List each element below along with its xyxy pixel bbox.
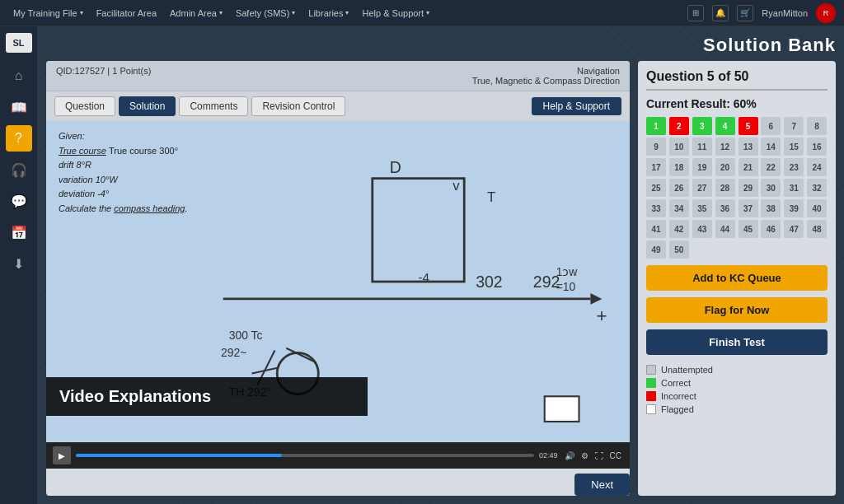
sidebar-download-icon[interactable]: ⬇ (6, 250, 32, 277)
cart-icon[interactable]: 🛒 (737, 5, 753, 21)
legend-correct: Correct (646, 378, 828, 388)
nav-admin-area[interactable]: Admin Area ▾ (165, 5, 227, 21)
sidebar-book-icon[interactable]: 📖 (6, 94, 32, 120)
tab-question[interactable]: Question (54, 96, 115, 116)
question-cell-34[interactable]: 34 (669, 199, 689, 217)
question-cell-9[interactable]: 9 (646, 138, 666, 156)
question-cell-30[interactable]: 30 (761, 179, 781, 197)
question-cell-46[interactable]: 46 (761, 220, 781, 238)
question-cell-41[interactable]: 41 (646, 220, 666, 238)
sidebar-home-icon[interactable]: ⌂ (6, 63, 32, 89)
question-cell-22[interactable]: 22 (761, 158, 781, 176)
question-cell-48[interactable]: 48 (807, 220, 827, 238)
progress-bar-fill (76, 454, 282, 457)
question-cell-39[interactable]: 39 (784, 199, 804, 217)
question-cell-40[interactable]: 40 (807, 199, 827, 217)
tab-comments[interactable]: Comments (179, 96, 248, 116)
question-cell-13[interactable]: 13 (738, 138, 758, 156)
question-cell-32[interactable]: 32 (807, 179, 827, 197)
question-cell-4[interactable]: 4 (715, 117, 735, 135)
question-cell-38[interactable]: 38 (761, 199, 781, 217)
question-cell-1[interactable]: 1 (646, 117, 666, 135)
question-cell-18[interactable]: 18 (669, 158, 689, 176)
question-cell-50[interactable]: 50 (669, 240, 689, 259)
play-button[interactable]: ▶ (53, 446, 71, 464)
notification-icon[interactable]: 🔔 (712, 5, 729, 21)
question-cell-29[interactable]: 29 (738, 179, 758, 197)
question-cell-43[interactable]: 43 (692, 220, 712, 238)
svg-text:302: 302 (476, 273, 503, 291)
question-cell-3[interactable]: 3 (692, 117, 712, 135)
question-cell-35[interactable]: 35 (692, 199, 712, 217)
question-cell-26[interactable]: 26 (669, 179, 689, 197)
svg-text:D: D (390, 158, 401, 176)
correct-box (646, 378, 656, 388)
legend-flagged: Flagged (646, 404, 828, 414)
question-cell-36[interactable]: 36 (715, 199, 735, 217)
video-content: Given: True course True course 300° drif… (46, 121, 630, 442)
username-label: RyanMitton (762, 8, 808, 18)
volume-icon[interactable]: 🔊 (563, 450, 576, 462)
svg-text:v: v (452, 178, 460, 194)
question-cell-16[interactable]: 16 (807, 138, 827, 156)
finish-test-button[interactable]: Finish Test (646, 329, 828, 355)
question-cell-6[interactable]: 6 (761, 117, 781, 135)
flagged-box (646, 404, 656, 414)
question-cell-8[interactable]: 8 (807, 117, 827, 135)
chevron-down-icon: ▾ (219, 9, 223, 16)
unattempted-box (646, 365, 656, 375)
nav-my-training-file[interactable]: My Training File ▾ (8, 5, 88, 21)
question-cell-28[interactable]: 28 (715, 179, 735, 197)
add-to-kc-queue-button[interactable]: Add to KC Queue (646, 265, 828, 291)
help-support-button[interactable]: Help & Support (532, 97, 621, 115)
question-cell-23[interactable]: 23 (784, 158, 804, 176)
question-cell-31[interactable]: 31 (784, 179, 804, 197)
question-cell-17[interactable]: 17 (646, 158, 666, 176)
nav-facilitator-area[interactable]: Facilitator Area (91, 5, 162, 21)
question-cell-12[interactable]: 12 (715, 138, 735, 156)
question-cell-44[interactable]: 44 (715, 220, 735, 238)
question-grid: 1234567891011121314151617181920212223242… (646, 117, 828, 259)
question-cell-45[interactable]: 45 (738, 220, 758, 238)
svg-rect-17 (545, 396, 579, 422)
question-cell-2[interactable]: 2 (669, 117, 689, 135)
question-cell-19[interactable]: 19 (692, 158, 712, 176)
fullscreen-icon[interactable]: ⛶ (593, 450, 605, 462)
question-cell-7[interactable]: 7 (784, 117, 804, 135)
settings-icon[interactable]: ⚙ (579, 450, 590, 462)
question-cell-15[interactable]: 15 (784, 138, 804, 156)
tab-revision-control[interactable]: Revision Control (251, 96, 345, 116)
question-cell-5[interactable]: 5 (738, 117, 758, 135)
user-avatar[interactable]: R (816, 3, 836, 23)
question-counter: Question 5 of 50 (646, 69, 828, 91)
sidebar-chat-icon[interactable]: 💬 (6, 188, 32, 214)
question-cell-11[interactable]: 11 (692, 138, 712, 156)
captions-icon[interactable]: CC (608, 450, 623, 462)
left-panel: QID:127527 | 1 Point(s) Navigation True,… (46, 61, 630, 496)
question-cell-14[interactable]: 14 (761, 138, 781, 156)
question-cell-10[interactable]: 10 (669, 138, 689, 156)
sidebar-calendar-icon[interactable]: 📅 (6, 219, 32, 245)
flag-for-now-button[interactable]: Flag for Now (646, 297, 828, 323)
nav-links: My Training File ▾ Facilitator Area Admi… (8, 5, 671, 21)
sidebar-headset-icon[interactable]: 🎧 (6, 156, 32, 183)
sidebar-question-icon[interactable]: ? (6, 125, 32, 152)
question-cell-49[interactable]: 49 (646, 240, 666, 259)
question-cell-24[interactable]: 24 (807, 158, 827, 176)
nav-libraries[interactable]: Libraries ▾ (303, 5, 354, 21)
grid-icon[interactable]: ⊞ (687, 5, 704, 21)
tab-solution[interactable]: Solution (119, 96, 176, 116)
svg-marker-2 (590, 293, 602, 305)
nav-safety-sms[interactable]: Safety (SMS) ▾ (231, 5, 300, 21)
question-cell-25[interactable]: 25 (646, 179, 666, 197)
question-cell-37[interactable]: 37 (738, 199, 758, 217)
question-cell-33[interactable]: 33 (646, 199, 666, 217)
question-cell-27[interactable]: 27 (692, 179, 712, 197)
question-cell-42[interactable]: 42 (669, 220, 689, 238)
question-cell-21[interactable]: 21 (738, 158, 758, 176)
next-button[interactable]: Next (574, 474, 630, 496)
nav-help-support[interactable]: Help & Support ▾ (357, 5, 434, 21)
question-cell-20[interactable]: 20 (715, 158, 735, 176)
progress-bar[interactable] (76, 454, 534, 457)
question-cell-47[interactable]: 47 (784, 220, 804, 238)
